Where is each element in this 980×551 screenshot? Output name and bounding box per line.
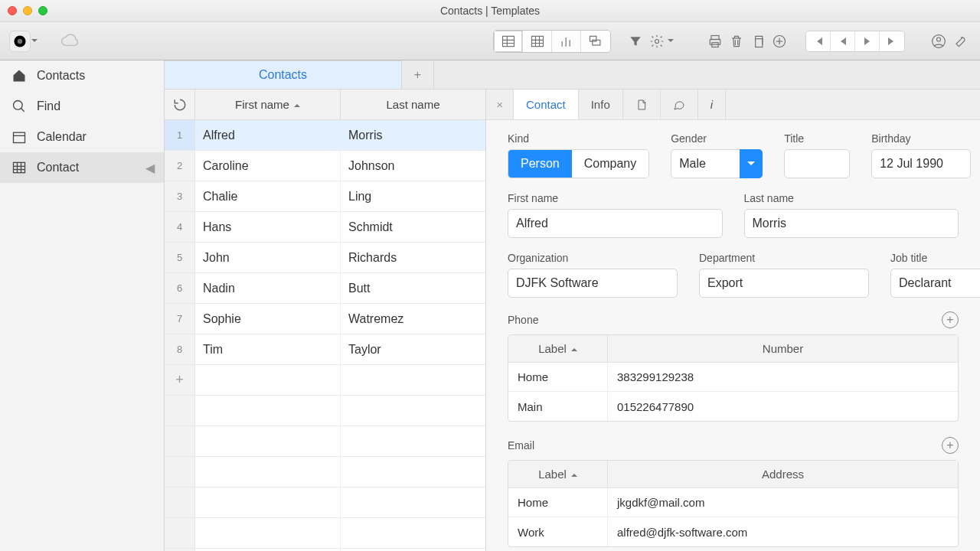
detail-close-icon[interactable]: × — [486, 90, 514, 119]
sidebar-item-contact[interactable]: Contact ◀ — [0, 152, 164, 183]
print-icon[interactable] — [704, 31, 726, 52]
nav-next-icon[interactable] — [855, 31, 880, 51]
phone-row[interactable]: Main015226477890 — [508, 392, 958, 421]
table-row[interactable]: 2CarolineJohnson — [165, 151, 485, 181]
table-row[interactable]: 8TimTaylor — [165, 334, 485, 365]
label-title: Title — [784, 132, 850, 145]
email-col-address[interactable]: Address — [608, 461, 958, 487]
cell-first-name: Hans — [195, 212, 341, 242]
trash-icon[interactable] — [726, 31, 747, 52]
svg-line-29 — [21, 109, 24, 112]
department-field[interactable] — [699, 269, 869, 298]
gear-icon[interactable] — [646, 31, 668, 52]
phone-row[interactable]: Home383299129238 — [508, 363, 958, 392]
cell-last-name: Morris — [341, 120, 485, 150]
label-dept: Department — [699, 252, 869, 264]
last-name-field[interactable] — [744, 209, 959, 238]
table-row[interactable]: 6NadinButt — [165, 273, 485, 304]
chevron-left-icon: ◀ — [145, 161, 155, 175]
search-icon — [11, 98, 28, 115]
user-icon[interactable] — [928, 31, 949, 52]
label-phone: Phone — [508, 314, 538, 326]
add-phone-button[interactable]: + — [942, 311, 959, 328]
view-table-icon[interactable] — [494, 31, 523, 52]
cell-last-name: Watremez — [341, 304, 485, 334]
col-last-name[interactable]: Last name — [341, 90, 485, 119]
organization-field[interactable] — [508, 269, 678, 298]
target-icon[interactable] — [9, 31, 31, 52]
toolbar — [0, 22, 980, 60]
phone-col-label[interactable]: Label — [508, 335, 608, 362]
kind-person-button[interactable]: Person — [508, 150, 572, 178]
view-layout-icon[interactable] — [581, 31, 610, 52]
email-label: Work — [508, 517, 608, 546]
email-address: jkgdkf@mail.com — [608, 488, 958, 517]
record-nav — [805, 31, 905, 52]
table-row[interactable]: 7SophieWatremez — [165, 304, 485, 334]
email-row[interactable]: Workalfred@djfk-software.com — [508, 517, 958, 546]
kind-company-button[interactable]: Company — [572, 150, 648, 178]
table-row[interactable]: 5JohnRichards — [165, 243, 485, 273]
gender-dropdown-icon[interactable] — [740, 149, 763, 178]
first-name-field[interactable] — [508, 209, 723, 238]
main-tab-contacts[interactable]: Contacts — [165, 60, 402, 89]
row-number: 1 — [165, 120, 195, 150]
svg-rect-32 — [14, 162, 25, 172]
window-minimize[interactable] — [23, 6, 32, 15]
jobtitle-field[interactable] — [890, 269, 980, 298]
window-close[interactable] — [8, 6, 17, 15]
table-row[interactable]: 3ChalieLing — [165, 181, 485, 212]
detail-tab-contact[interactable]: Contact — [514, 90, 579, 119]
title-field[interactable] — [784, 149, 850, 178]
add-email-button[interactable]: + — [942, 437, 959, 454]
label-kind: Kind — [508, 132, 649, 145]
view-chart-icon[interactable] — [552, 31, 581, 52]
table-row — [165, 396, 485, 426]
svg-point-27 — [937, 37, 941, 41]
main-tab-add[interactable]: + — [402, 60, 434, 89]
detail-tab-chat-icon[interactable] — [661, 90, 698, 119]
svg-rect-30 — [14, 132, 25, 142]
sidebar-item-calendar[interactable]: Calendar — [0, 122, 164, 152]
refresh-icon[interactable] — [165, 90, 195, 119]
detail-tab-doc-icon[interactable] — [623, 90, 661, 119]
nav-last-icon[interactable] — [880, 31, 904, 51]
copy-icon[interactable] — [747, 31, 769, 52]
wrench-icon[interactable] — [949, 31, 971, 52]
add-icon[interactable] — [769, 31, 790, 52]
label-org: Organization — [508, 252, 678, 264]
detail-tab-about-icon[interactable]: i — [698, 90, 726, 119]
nav-first-icon[interactable] — [806, 31, 831, 51]
filter-icon[interactable] — [625, 31, 646, 52]
svg-rect-14 — [590, 36, 596, 41]
sidebar-item-contacts[interactable]: Contacts — [0, 60, 164, 91]
window-zoom[interactable] — [38, 6, 47, 15]
email-address: alfred@djfk-software.com — [608, 517, 958, 546]
row-number: 5 — [165, 243, 195, 272]
detail-tab-info[interactable]: Info — [579, 90, 623, 119]
row-number: 8 — [165, 334, 195, 364]
nav-prev-icon[interactable] — [831, 31, 855, 51]
sidebar-item-find[interactable]: Find — [0, 91, 164, 122]
label-gender: Gender — [671, 132, 763, 145]
phone-col-number[interactable]: Number — [608, 335, 958, 362]
phone-label: Home — [508, 363, 608, 391]
label-last-name: Last name — [744, 192, 959, 204]
label-job: Job title — [890, 252, 980, 264]
email-col-label[interactable]: Label — [508, 461, 608, 487]
table-row[interactable]: 1AlfredMorris — [165, 120, 485, 151]
email-row[interactable]: Homejkgdkf@mail.com — [508, 488, 958, 517]
birthday-field[interactable] — [871, 149, 971, 178]
row-number: 6 — [165, 273, 195, 303]
cell-first-name: Caroline — [195, 151, 341, 181]
records-table: First name Last name 1AlfredMorris2Carol… — [165, 90, 486, 551]
window-title: Contacts | Templates — [440, 5, 540, 17]
cell-first-name: Sophie — [195, 304, 341, 334]
cloud-icon[interactable] — [60, 31, 81, 52]
home-icon — [11, 67, 28, 84]
view-grid-icon[interactable] — [523, 31, 552, 52]
add-row[interactable]: + — [165, 365, 485, 396]
col-first-name[interactable]: First name — [195, 90, 341, 119]
table-row[interactable]: 4HansSchmidt — [165, 212, 485, 243]
sidebar-item-label: Find — [37, 99, 60, 113]
